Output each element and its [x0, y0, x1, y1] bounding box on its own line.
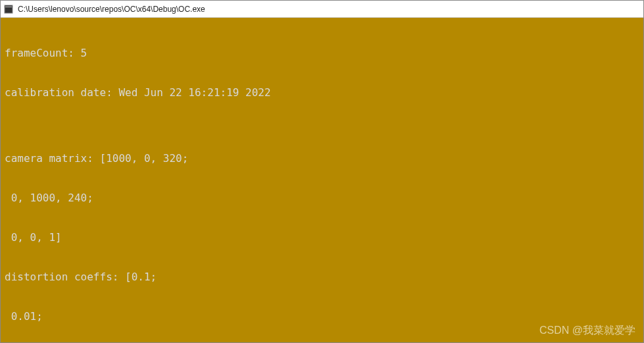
watermark: CSDN @我菜就爱学	[539, 324, 635, 337]
app-window: C:\Users\lenovo\source\repos\OC\x64\Debu…	[0, 0, 644, 343]
console-line: 0.01;	[5, 310, 639, 323]
app-icon	[3, 4, 14, 14]
title-bar[interactable]: C:\Users\lenovo\source\repos\OC\x64\Debu…	[1, 1, 643, 18]
console-line: distortion coeffs: [0.1;	[5, 271, 639, 284]
console-output[interactable]: frameCount: 5 calibration date: Wed Jun …	[1, 18, 643, 342]
console-line: camera matrix: [1000, 0, 320;	[5, 152, 639, 165]
console-line: 0, 0, 1]	[5, 231, 639, 244]
svg-rect-0	[5, 5, 12, 13]
svg-rect-1	[5, 7, 12, 7]
console-line: frameCount: 5	[5, 47, 639, 60]
console-line: 0, 1000, 240;	[5, 192, 639, 205]
window-title: C:\Users\lenovo\source\repos\OC\x64\Debu…	[18, 5, 641, 14]
console-line: calibration date: Wed Jun 22 16:21:19 20…	[5, 86, 639, 99]
